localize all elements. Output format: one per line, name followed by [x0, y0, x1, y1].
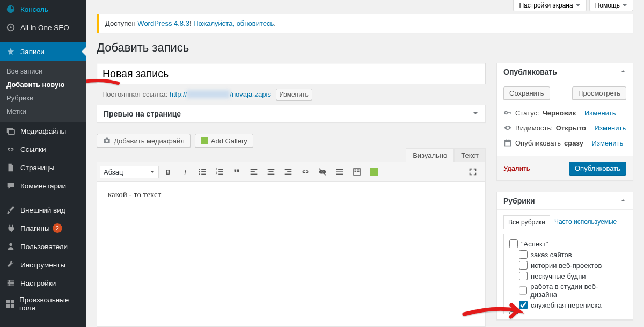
category-item[interactable]: работа в студии веб-дизайна [509, 281, 620, 300]
svg-rect-43 [357, 170, 360, 171]
nextgen-button[interactable] [366, 164, 382, 180]
post-title-input[interactable] [97, 63, 486, 84]
svg-rect-7 [8, 285, 14, 286]
cat-tab-popular[interactable]: Часто используемые [550, 215, 621, 229]
sidebar-item-pages[interactable]: Страницы [0, 158, 86, 177]
align-center-button[interactable] [263, 164, 279, 180]
svg-rect-40 [336, 174, 343, 175]
sidebar-item-plugins[interactable]: Плагины 2 [0, 219, 86, 237]
schedule-edit-link[interactable]: Изменить [592, 139, 624, 147]
publish-button[interactable]: Опубликовать [569, 162, 626, 175]
category-item[interactable]: нескучные будни [509, 271, 620, 281]
tab-visual[interactable]: Визуально [406, 148, 454, 162]
svg-rect-45 [357, 171, 360, 172]
svg-rect-28 [218, 174, 223, 175]
more-button[interactable] [332, 164, 348, 180]
save-draft-button[interactable]: Сохранить [503, 86, 550, 100]
sidebar-item-settings[interactable]: Настройки [0, 274, 86, 292]
chevron-up-icon[interactable] [620, 68, 626, 76]
status-edit-link[interactable]: Изменить [584, 109, 616, 117]
sidebar-item-aioseo[interactable]: All in One SEO [0, 18, 86, 37]
chevron-down-icon[interactable] [472, 110, 479, 118]
sidebar-item-users[interactable]: Пользователи [0, 237, 86, 256]
chevron-up-icon[interactable] [620, 197, 626, 205]
permalink-link[interactable]: http:///novaja-zapis [170, 90, 271, 98]
ul-button[interactable] [194, 164, 210, 180]
format-select[interactable]: Абзац [100, 166, 159, 178]
add-media-button[interactable]: Добавить медиафайл [97, 134, 191, 148]
admin-sidebar: Консоль All in One SEO Записи Все записи… [0, 0, 86, 327]
sidebar-item-comments[interactable]: Комментарии [0, 177, 86, 195]
eye-icon [503, 123, 512, 132]
category-checkbox[interactable] [509, 239, 518, 248]
submenu-add-new[interactable]: Добавить новую [0, 78, 86, 91]
cat-tab-all[interactable]: Все рубрики [503, 215, 550, 229]
category-checkbox[interactable] [509, 311, 518, 314]
svg-rect-11 [6, 300, 10, 303]
preview-button[interactable]: Просмотреть [572, 86, 626, 100]
unlink-button[interactable] [314, 164, 331, 180]
permalink-edit-button[interactable]: Изменить [276, 89, 312, 100]
sidebar-item-links[interactable]: Ссылки [0, 140, 86, 158]
key-icon [503, 108, 512, 117]
category-item[interactable]: Блоки в футере [509, 310, 620, 314]
sidebar-item-console[interactable]: Консоль [0, 0, 86, 18]
submenu-categories[interactable]: Рубрики [0, 91, 86, 105]
link-button[interactable] [297, 164, 313, 180]
sidebar-item-custom-fields[interactable]: Произвольные поля [0, 292, 86, 316]
svg-rect-3 [9, 129, 15, 134]
sidebar-item-posts[interactable]: Записи [0, 42, 86, 61]
submenu-tags[interactable]: Метки [0, 105, 86, 118]
page-title: Добавить запись [97, 41, 633, 55]
calendar-icon [503, 139, 512, 147]
page-icon [5, 162, 16, 173]
category-checkbox[interactable] [519, 272, 528, 280]
status-row: Статус: Черновик Изменить [503, 105, 626, 120]
svg-rect-52 [509, 140, 510, 141]
align-right-button[interactable] [280, 164, 296, 180]
update-link[interactable]: Пожалуйста, обновитесь [193, 19, 274, 27]
bold-button[interactable]: B [160, 164, 176, 180]
category-item[interactable]: служебная переписка [509, 300, 620, 310]
delete-link[interactable]: Удалить [503, 164, 530, 172]
wp-version-link[interactable]: WordPress 4.8.3 [137, 19, 189, 27]
visibility-row: Видимость: Открыто Изменить [503, 120, 626, 135]
svg-rect-9 [12, 282, 13, 284]
editor-content[interactable]: какой - то текст [97, 182, 486, 327]
quote-button[interactable] [229, 164, 245, 180]
category-checkbox[interactable] [519, 250, 528, 259]
align-left-button[interactable] [246, 164, 262, 180]
permalink-row: Постоянная ссылка: http:///novaja-zapis … [97, 84, 486, 105]
media-icon [5, 126, 16, 136]
svg-rect-35 [285, 169, 292, 170]
category-item[interactable]: заказ сайтов [509, 249, 620, 260]
help-button[interactable]: Помощь [589, 0, 633, 11]
publish-postbox: Опубликовать Сохранить Просмотреть Стату… [496, 63, 633, 181]
sidebar-item-media[interactable]: Медиафайлы [0, 122, 86, 140]
add-gallery-button[interactable]: Add Gallery [195, 134, 253, 148]
pin-icon [5, 46, 16, 57]
category-checkbox[interactable] [519, 261, 528, 270]
visibility-edit-link[interactable]: Изменить [595, 124, 626, 132]
ol-button[interactable]: 123 [211, 164, 228, 180]
toolbar-toggle-button[interactable] [349, 164, 365, 180]
svg-rect-31 [251, 174, 258, 175]
sidebar-item-appearance[interactable]: Внешний вид [0, 201, 86, 219]
screen-options-button[interactable]: Настройки экрана [513, 0, 586, 11]
tab-text[interactable]: Текст [454, 148, 486, 162]
sidebar-item-tools[interactable]: Инструменты [0, 256, 86, 274]
fullscreen-button[interactable] [465, 164, 481, 180]
preview-postbox: Превью на странице [97, 105, 486, 123]
category-list[interactable]: "Аспект"заказ сайтовистории веб-проектов… [503, 234, 626, 314]
italic-button[interactable]: I [177, 164, 193, 180]
sidebar-item-gallery[interactable]: Галерея [0, 322, 86, 327]
svg-rect-10 [9, 284, 10, 286]
submenu-all-posts[interactable]: Все записи [0, 64, 86, 78]
category-item[interactable]: "Аспект" [509, 238, 620, 249]
category-checkbox[interactable] [519, 301, 528, 309]
comment-icon [5, 180, 16, 191]
editor-toolbar: Абзац B I 123 [97, 162, 486, 182]
category-item[interactable]: истории веб-проектов [509, 260, 620, 271]
category-checkbox[interactable] [519, 286, 527, 295]
svg-rect-34 [268, 174, 275, 175]
